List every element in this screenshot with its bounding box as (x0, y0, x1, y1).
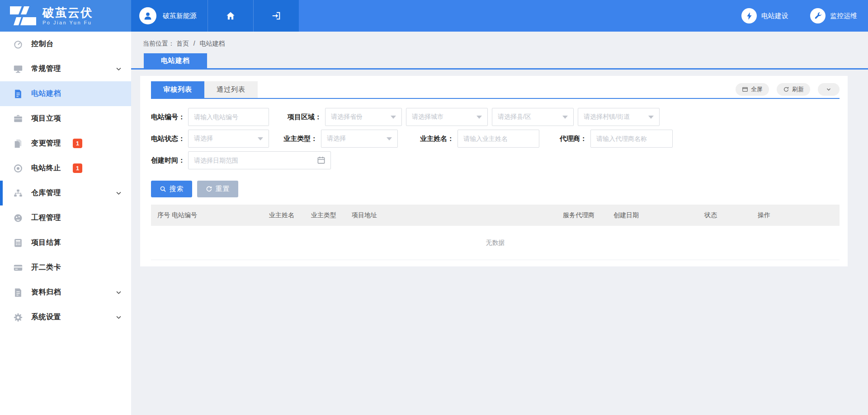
caret-down-icon (648, 116, 654, 119)
app-header: 破茧云伏 Po Jian Yun Fu 破茧新能源 (0, 0, 868, 32)
refresh-icon (783, 86, 789, 93)
brand-subtitle: Po Jian Yun Fu (42, 20, 93, 25)
chevron-down-icon (115, 65, 122, 72)
town-select[interactable]: 请选择村镇/街道 (578, 108, 660, 126)
nav-monitor-ops[interactable]: 监控运维 (810, 8, 857, 23)
brand-name: 破茧云伏 (42, 6, 93, 19)
sidebar-item-label: 资料归档 (31, 288, 61, 297)
nav-station-build[interactable]: 电站建设 (741, 8, 788, 23)
table-header-row: 序号 电站编号 业主姓名 业主类型 项目地址 服务代理商 创建日期 状态 操作 (151, 205, 840, 226)
search-icon (160, 186, 166, 192)
target-icon (13, 163, 24, 174)
reset-label: 重置 (216, 185, 230, 193)
filter-row-3: 创建时间： (151, 151, 840, 169)
logout-icon (271, 11, 281, 21)
region-label: 项目区域： (269, 113, 325, 121)
owner-type-select[interactable]: 请选择 (321, 130, 398, 148)
document-icon (13, 89, 24, 99)
sidebar-item-label: 系统设置 (31, 312, 61, 322)
sidebar-item-label: 开二类卡 (31, 263, 61, 272)
sidebar-item-label: 仓库管理 (31, 188, 61, 198)
col-project-address: 项目地址 (352, 211, 563, 219)
wrench-icon (810, 8, 826, 23)
sidebar: 控制台 常规管理 电站建档 (0, 32, 131, 415)
tab-review-list[interactable]: 审核列表 (151, 81, 204, 98)
station-status-select[interactable]: 请选择 (188, 130, 269, 148)
header-user-strip: 破茧新能源 (131, 0, 299, 32)
sidebar-item-console[interactable]: 控制台 (0, 32, 131, 56)
sidebar-item-label: 电站终止 (31, 163, 61, 173)
sidebar-item-data-archive[interactable]: 资料归档 (0, 280, 131, 305)
user-menu[interactable]: 破茧新能源 (131, 0, 208, 32)
sidebar-item-station-termination[interactable]: 电站终止 1 (0, 156, 131, 181)
search-label: 搜索 (170, 185, 184, 193)
sidebar-item-label: 常规管理 (31, 64, 61, 74)
nav-monitor-ops-label: 监控运维 (830, 12, 857, 20)
sidebar-item-change-mgmt[interactable]: 变更管理 1 (0, 131, 131, 156)
caret-down-icon (387, 137, 392, 140)
sidebar-item-engineering-mgmt[interactable]: 工程管理 (0, 205, 131, 230)
fullscreen-icon (742, 86, 748, 93)
created-time-label: 创建时间： (151, 156, 188, 165)
tab-passed-list[interactable]: 通过列表 (204, 81, 258, 98)
owner-type-label: 业主类型： (269, 135, 321, 143)
brand-logo[interactable]: 破茧云伏 Po Jian Yun Fu (0, 0, 131, 32)
date-range-input[interactable] (188, 151, 331, 169)
gear-icon (13, 312, 24, 323)
fullscreen-button[interactable]: 全屏 (736, 83, 769, 96)
owner-name-input[interactable] (458, 130, 539, 148)
empty-state: 无数据 (151, 226, 840, 260)
sidebar-item-open-card[interactable]: 开二类卡 (0, 255, 131, 280)
sidebar-item-label: 控制台 (31, 39, 54, 49)
col-owner-type: 业主类型 (311, 211, 352, 219)
dashboard-icon (13, 39, 24, 50)
sidebar-item-label: 电站建档 (31, 89, 61, 98)
agent-input[interactable] (590, 130, 673, 148)
breadcrumb-home[interactable]: 首页 (176, 40, 189, 47)
monitor-icon (13, 64, 24, 75)
caret-down-icon (562, 116, 568, 119)
collapse-button[interactable] (818, 83, 840, 96)
reset-button[interactable]: 重置 (197, 181, 238, 197)
main-content: 当前位置： 首页 / 电站建档 电站建档 审核列表 通过列表 全屏 刷新 (131, 32, 868, 415)
search-button[interactable]: 搜索 (151, 181, 192, 197)
sidebar-item-general-mgmt[interactable]: 常规管理 (0, 56, 131, 81)
filter-form: 电站编号： 项目区域： 请选择省份 请选择城市 请选择县/区 请选择村镇/街道 (151, 108, 840, 169)
date-range-picker[interactable] (188, 151, 331, 169)
province-select[interactable]: 请选择省份 (325, 108, 402, 126)
page-tab-station-archive[interactable]: 电站建档 (144, 53, 207, 68)
refresh-button[interactable]: 刷新 (777, 83, 810, 96)
breadcrumb-current: 电站建档 (200, 40, 225, 47)
home-button[interactable] (208, 0, 253, 32)
sidebar-item-station-archive[interactable]: 电站建档 (0, 81, 131, 106)
sidebar-item-label: 工程管理 (31, 213, 61, 223)
notification-badge: 1 (73, 139, 82, 148)
caret-down-icon (476, 116, 482, 119)
panel: 审核列表 通过列表 全屏 刷新 (140, 76, 848, 266)
sidebar-item-system-settings[interactable]: 系统设置 (0, 305, 131, 330)
city-select[interactable]: 请选择城市 (406, 108, 488, 126)
sidebar-item-project-initiation[interactable]: 项目立项 (0, 106, 131, 131)
gauge-icon (13, 213, 24, 224)
file-icon (13, 287, 24, 298)
lightning-icon (741, 8, 757, 23)
nav-station-build-label: 电站建设 (761, 12, 788, 20)
sidebar-item-project-settlement[interactable]: 项目结算 (0, 230, 131, 255)
agent-label: 代理商： (539, 135, 590, 143)
sidebar-item-warehouse-mgmt[interactable]: 仓库管理 (0, 181, 131, 205)
copy-icon (13, 138, 24, 149)
calendar-icon (317, 156, 326, 164)
logout-button[interactable] (253, 0, 299, 32)
county-select[interactable]: 请选择县/区 (492, 108, 574, 126)
chevron-down-icon (115, 289, 122, 296)
breadcrumb-separator: / (193, 40, 195, 47)
calculator-icon (13, 238, 24, 248)
station-no-input[interactable] (188, 108, 269, 126)
sidebar-item-label: 项目立项 (31, 114, 61, 123)
home-icon (226, 11, 236, 21)
refresh-label: 刷新 (792, 85, 804, 93)
sidebar-item-label: 项目结算 (31, 238, 61, 247)
avatar (139, 7, 156, 24)
notification-badge: 1 (73, 163, 82, 173)
briefcase-icon (13, 113, 24, 124)
